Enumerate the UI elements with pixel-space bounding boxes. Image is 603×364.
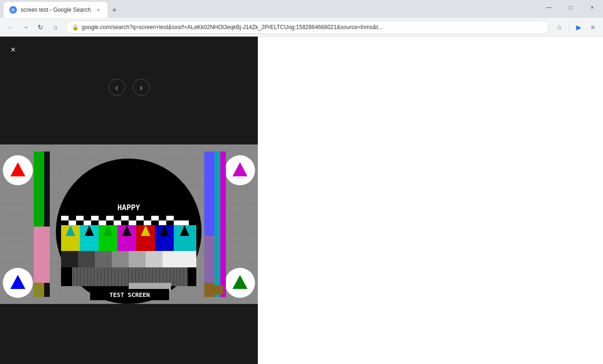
svg-rect-54 [215, 152, 220, 297]
tab-title: screen test - Google Search [21, 7, 91, 13]
svg-rect-71 [151, 216, 159, 220]
svg-rect-69 [121, 216, 129, 220]
svg-rect-79 [159, 220, 166, 225]
svg-rect-78 [144, 220, 151, 225]
svg-rect-67 [91, 216, 99, 220]
right-panel [258, 37, 603, 364]
svg-rect-77 [129, 220, 136, 225]
prev-image-button[interactable]: ‹ [108, 79, 125, 96]
window-controls: — □ × [538, 0, 603, 15]
title-bar: G screen test - Google Search × + — □ × [0, 0, 603, 18]
svg-text:TEST SCREEN: TEST SCREEN [109, 291, 150, 298]
tab-close-button[interactable]: × [94, 6, 102, 14]
bookmark-button[interactable]: ☆ [553, 21, 566, 34]
tab-favicon: G [9, 6, 17, 14]
svg-rect-60 [204, 283, 215, 297]
extensions-menu-button[interactable]: ≡ [586, 21, 599, 34]
nav-arrows-row: ‹ › [0, 79, 258, 96]
svg-rect-65 [61, 216, 69, 220]
svg-rect-58 [204, 236, 215, 283]
maximize-button[interactable]: □ [560, 0, 581, 15]
next-image-button[interactable]: › [133, 79, 150, 96]
image-panel: × ‹ › [0, 37, 258, 364]
svg-rect-100 [112, 251, 129, 267]
lock-icon: 🔒 [72, 24, 79, 30]
test-card-svg: HAPPY [0, 144, 258, 304]
svg-rect-73 [69, 220, 76, 225]
svg-rect-189 [34, 285, 44, 295]
svg-rect-103 [162, 251, 196, 267]
svg-rect-99 [95, 251, 112, 267]
svg-rect-97 [61, 251, 78, 267]
new-tab-button[interactable]: + [108, 4, 121, 17]
svg-rect-76 [114, 220, 121, 225]
svg-rect-57 [34, 227, 50, 283]
tab-bar: G screen test - Google Search × + [0, 2, 603, 18]
svg-rect-80 [174, 220, 181, 225]
svg-rect-66 [76, 216, 84, 220]
image-panel-top: × ‹ › [0, 37, 258, 144]
close-window-button[interactable]: × [581, 0, 603, 15]
forward-button[interactable]: → [19, 21, 32, 34]
svg-rect-102 [146, 251, 162, 267]
svg-rect-101 [129, 251, 146, 267]
reload-button[interactable]: ↻ [34, 21, 47, 34]
svg-rect-55 [220, 152, 226, 224]
toolbar-right: ☆ ▶ ≡ [553, 21, 599, 34]
svg-rect-74 [84, 220, 91, 225]
active-tab[interactable]: G screen test - Google Search × [4, 2, 108, 18]
url-text: google.com/search?q=screen+test&sxsrf=AL… [82, 24, 543, 30]
address-bar: ← → ↻ ⌂ 🔒 google.com/search?q=screen+tes… [0, 18, 603, 37]
svg-rect-98 [78, 251, 95, 267]
svg-rect-70 [136, 216, 144, 220]
image-panel-bottom [0, 304, 258, 364]
url-bar[interactable]: 🔒 google.com/search?q=screen+test&sxsrf=… [66, 21, 549, 34]
svg-rect-75 [99, 220, 106, 225]
cast-button[interactable]: ▶ [572, 21, 585, 34]
minimize-button[interactable]: — [538, 0, 560, 15]
svg-rect-81 [181, 220, 189, 225]
svg-text:HAPPY: HAPPY [117, 203, 140, 212]
main-content: × ‹ › [0, 37, 603, 364]
back-button[interactable]: ← [4, 21, 17, 34]
svg-rect-68 [106, 216, 114, 220]
close-image-button[interactable]: × [6, 42, 21, 57]
svg-rect-72 [166, 216, 174, 220]
test-screen-image: HAPPY [0, 144, 258, 304]
toolbar-divider [569, 23, 569, 32]
home-button[interactable]: ⌂ [49, 21, 62, 34]
svg-rect-190 [214, 285, 223, 295]
